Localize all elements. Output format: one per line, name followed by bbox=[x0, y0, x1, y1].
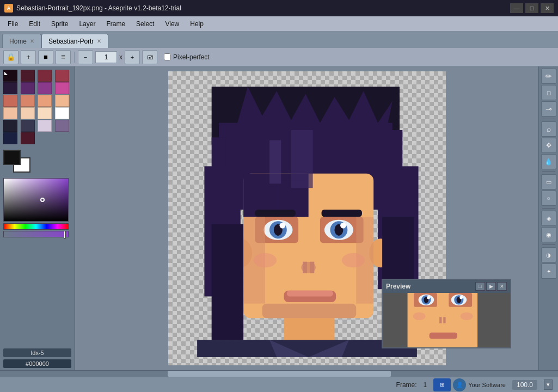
preview-titlebar: Preview □ ▶ ✕ bbox=[383, 280, 510, 293]
menu-button[interactable]: ≡ bbox=[56, 50, 71, 64]
tab-file[interactable]: Sebastian-Portr ✕ bbox=[41, 34, 108, 48]
tool-rect[interactable]: ▭ bbox=[541, 174, 556, 189]
preview-close-button[interactable]: ✕ bbox=[497, 282, 507, 291]
pixel-perfect-checkbox[interactable] bbox=[164, 53, 171, 60]
gradient-picker[interactable] bbox=[3, 178, 69, 222]
menu-view[interactable]: View bbox=[160, 19, 185, 29]
tool-circle[interactable]: ○ bbox=[541, 191, 556, 206]
palette-color-17[interactable] bbox=[21, 120, 35, 132]
palette-color-12[interactable] bbox=[3, 107, 17, 119]
palette-color-8[interactable] bbox=[3, 95, 17, 107]
palette-color-19[interactable] bbox=[55, 120, 69, 132]
right-panel: ✏ ◻ ⊸ ⌕ ✥ 💧 ▭ ○ ◈ ◉ ◑ ✦ bbox=[538, 66, 558, 370]
palette-color-2[interactable] bbox=[38, 70, 52, 82]
idx-label[interactable]: Idx-5 bbox=[3, 348, 71, 357]
tool-pan[interactable]: ✥ bbox=[541, 138, 556, 153]
svg-rect-22 bbox=[321, 210, 361, 217]
fg-color[interactable] bbox=[3, 150, 21, 165]
palette-color-14[interactable] bbox=[38, 107, 52, 119]
palette-color-0[interactable]: ◣ bbox=[3, 70, 17, 82]
zoom-value: 100.0 bbox=[517, 381, 533, 389]
palette-color-3[interactable] bbox=[55, 70, 69, 82]
tool-blur[interactable]: ◉ bbox=[541, 227, 556, 242]
preview-title: Preview bbox=[386, 283, 410, 290]
tool-fill[interactable]: 💧 bbox=[541, 154, 556, 169]
minimize-button[interactable]: — bbox=[510, 3, 523, 13]
svg-point-59 bbox=[413, 313, 426, 320]
svg-rect-28 bbox=[262, 304, 356, 318]
horizontal-scrollbar[interactable] bbox=[0, 370, 558, 377]
canvas-area[interactable]: Preview □ ▶ ✕ bbox=[75, 66, 538, 370]
increase-brush[interactable]: + bbox=[125, 50, 140, 64]
stamp-button[interactable]: 🖃 bbox=[142, 50, 157, 64]
color-palette: ◣ bbox=[0, 66, 75, 148]
tool-shade[interactable]: ◑ bbox=[541, 247, 556, 262]
palette-color-7[interactable] bbox=[55, 82, 69, 94]
menu-help[interactable]: Help bbox=[185, 19, 209, 29]
svg-point-20 bbox=[340, 223, 346, 229]
palette-color-15[interactable] bbox=[55, 107, 69, 119]
palette-color-18[interactable] bbox=[38, 120, 52, 132]
opacity-bar[interactable] bbox=[3, 231, 69, 237]
decrease-brush[interactable]: − bbox=[78, 50, 93, 64]
svg-rect-21 bbox=[255, 210, 295, 217]
svg-point-19 bbox=[279, 223, 285, 229]
menu-bar: File Edit Sprite Layer Frame Select View… bbox=[0, 16, 558, 32]
pixel-perfect-label: Pixel-perfect bbox=[164, 53, 210, 61]
menu-sprite[interactable]: Sprite bbox=[46, 19, 73, 29]
palette-color-5[interactable] bbox=[21, 82, 35, 94]
menu-frame[interactable]: Frame bbox=[101, 19, 131, 29]
tool-zoom[interactable]: ⌕ bbox=[541, 121, 556, 137]
palette-color-10[interactable] bbox=[38, 95, 52, 107]
fill-button[interactable]: ■ bbox=[38, 50, 53, 64]
hex-label[interactable]: #000000 bbox=[3, 359, 71, 368]
svg-rect-55 bbox=[443, 317, 445, 323]
preview-window: Preview □ ▶ ✕ bbox=[382, 279, 511, 348]
close-button[interactable]: ✕ bbox=[541, 3, 554, 13]
menu-layer[interactable]: Layer bbox=[73, 19, 101, 29]
user-avatar: 👤 bbox=[453, 378, 466, 391]
lock-button[interactable]: 🔒 bbox=[3, 50, 19, 64]
tab-home-close[interactable]: ✕ bbox=[30, 39, 34, 44]
menu-file[interactable]: File bbox=[2, 19, 23, 29]
maximize-button[interactable]: □ bbox=[525, 3, 538, 13]
tab-home[interactable]: Home ✕ bbox=[2, 34, 41, 48]
palette-color-4[interactable] bbox=[3, 82, 17, 94]
palette-color-9[interactable] bbox=[21, 95, 35, 107]
brush-size-input[interactable]: 1 bbox=[95, 51, 117, 63]
svg-rect-58 bbox=[430, 333, 457, 339]
add-button[interactable]: + bbox=[21, 50, 36, 64]
palette-color-20[interactable] bbox=[3, 132, 17, 144]
svg-rect-27 bbox=[286, 291, 333, 297]
hue-bar[interactable] bbox=[3, 223, 69, 230]
preview-content bbox=[383, 293, 510, 347]
zoom-menu-button[interactable]: ▾ bbox=[544, 379, 553, 390]
palette-color-13[interactable] bbox=[21, 107, 35, 119]
scrollbar-thumb[interactable] bbox=[168, 371, 391, 377]
gradient-cursor bbox=[40, 198, 45, 202]
opacity-cursor bbox=[64, 231, 66, 238]
svg-point-40 bbox=[341, 253, 365, 268]
palette-color-16[interactable] bbox=[3, 120, 17, 132]
tool-eraser[interactable]: ◻ bbox=[541, 85, 556, 100]
fg-bg-area bbox=[0, 148, 75, 175]
tab-file-close[interactable]: ✕ bbox=[97, 39, 101, 44]
preview-play-button[interactable]: ▶ bbox=[486, 282, 496, 291]
tool-jumble[interactable]: ✦ bbox=[541, 264, 556, 279]
svg-rect-54 bbox=[439, 317, 442, 323]
tool-pencil[interactable]: ✏ bbox=[541, 69, 556, 84]
palette-color-21[interactable] bbox=[21, 132, 35, 144]
zoom-label[interactable]: 100.0 bbox=[512, 380, 537, 390]
palette-color-6[interactable] bbox=[38, 82, 52, 94]
window-title: Sebastian-Portrait_192px.png - Aseprite … bbox=[16, 4, 181, 12]
palette-color-1[interactable] bbox=[21, 70, 35, 82]
svg-rect-38 bbox=[269, 140, 280, 184]
tool-smear[interactable]: ◈ bbox=[541, 211, 556, 226]
preview-expand-button[interactable]: □ bbox=[475, 282, 485, 291]
status-bar: Frame: 1 ⊞ 👤 Your Software 100.0 ▾ bbox=[0, 377, 558, 392]
palette-color-11[interactable] bbox=[55, 95, 69, 107]
windows-icon: ⊞ bbox=[433, 378, 451, 391]
menu-select[interactable]: Select bbox=[131, 19, 160, 29]
tool-eyedropper[interactable]: ⊸ bbox=[541, 101, 556, 117]
menu-edit[interactable]: Edit bbox=[23, 19, 46, 29]
